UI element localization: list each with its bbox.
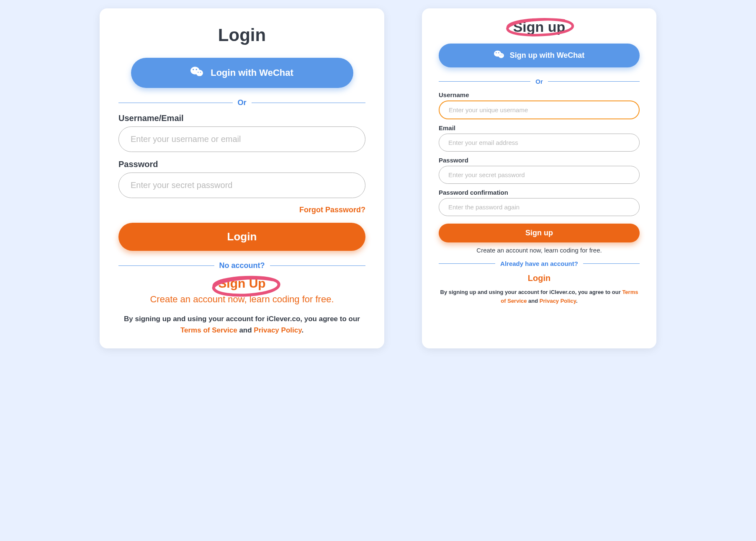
login-title: Login	[118, 25, 365, 45]
confirm-password-input[interactable]	[439, 198, 640, 216]
divider-line	[439, 81, 530, 82]
svg-point-4	[198, 72, 198, 73]
username-label: Username/Email	[118, 113, 365, 123]
privacy-policy-link[interactable]: Privacy Policy	[540, 298, 576, 304]
password-input[interactable]	[439, 166, 640, 184]
or-divider: Or	[118, 98, 365, 107]
email-input[interactable]	[439, 134, 640, 152]
svg-point-3	[196, 69, 197, 70]
divider-line	[118, 265, 214, 266]
password-field-group: Password	[118, 160, 365, 198]
signup-tagline: Create an account now, learn coding for …	[118, 294, 365, 305]
login-card: Login Login with WeChat Or Username/Emai…	[100, 8, 384, 348]
username-input[interactable]	[118, 126, 365, 152]
or-divider: Or	[439, 78, 640, 85]
already-account-divider: Already have an account?	[439, 260, 640, 267]
legal-dot: .	[576, 298, 578, 304]
wechat-icon	[190, 65, 203, 80]
svg-point-10	[499, 54, 500, 55]
login-submit-button[interactable]: Login	[118, 223, 365, 251]
legal-and: and	[527, 298, 539, 304]
signup-submit-button[interactable]: Sign up	[439, 224, 640, 242]
signup-with-wechat-button[interactable]: Sign up with WeChat	[439, 44, 640, 67]
svg-point-11	[501, 54, 502, 55]
svg-point-1	[196, 70, 203, 76]
svg-point-2	[193, 69, 194, 70]
no-account-divider: No account?	[118, 261, 365, 270]
email-label: Email	[439, 124, 640, 131]
or-text: Or	[535, 78, 543, 85]
divider-line	[270, 265, 366, 266]
signup-tagline: Create an account now, learn coding for …	[439, 247, 640, 254]
already-account-text: Already have an account?	[500, 260, 578, 267]
wechat-icon	[494, 49, 504, 62]
username-field-group: Username	[439, 91, 640, 119]
legal-prefix: By signing up and using your account for…	[440, 289, 622, 295]
svg-point-7	[498, 53, 504, 58]
divider-line	[548, 81, 640, 82]
terms-of-service-link[interactable]: Terms of Service	[180, 326, 237, 334]
signup-title: Sign up	[439, 19, 640, 35]
no-account-text: No account?	[219, 261, 265, 270]
signup-card: Sign up Sign up with WeChat Or Username …	[422, 8, 656, 348]
divider-line	[118, 103, 233, 103]
divider-line	[439, 263, 495, 264]
legal-dot: .	[301, 326, 303, 334]
username-input[interactable]	[439, 100, 640, 119]
password-field-group: Password	[439, 157, 640, 184]
legal-prefix: By signing up and using your account for…	[124, 315, 360, 323]
divider-line	[583, 263, 640, 264]
signup-link[interactable]: Sign Up	[218, 276, 265, 290]
email-field-group: Email	[439, 124, 640, 152]
forgot-password-link[interactable]: Forgot Password?	[118, 206, 365, 214]
username-field-group: Username/Email	[118, 113, 365, 152]
legal-text: By signing up and using your account for…	[118, 313, 365, 336]
divider-line	[252, 103, 366, 103]
username-label: Username	[439, 91, 640, 98]
login-with-wechat-button[interactable]: Login with WeChat	[131, 58, 353, 88]
wechat-button-label: Login with WeChat	[211, 67, 293, 78]
confirm-password-field-group: Password confirmation	[439, 189, 640, 216]
password-label: Password	[439, 157, 640, 164]
svg-point-8	[496, 52, 496, 53]
or-text: Or	[238, 98, 247, 107]
legal-and: and	[237, 326, 254, 334]
privacy-policy-link[interactable]: Privacy Policy	[254, 326, 301, 334]
password-label: Password	[118, 160, 365, 169]
legal-text: By signing up and using your account for…	[439, 288, 640, 306]
confirm-password-label: Password confirmation	[439, 189, 640, 196]
login-link[interactable]: Login	[439, 273, 640, 283]
password-input[interactable]	[118, 173, 365, 198]
wechat-button-label: Sign up with WeChat	[510, 51, 585, 60]
svg-point-9	[498, 52, 499, 53]
svg-point-5	[200, 72, 201, 73]
